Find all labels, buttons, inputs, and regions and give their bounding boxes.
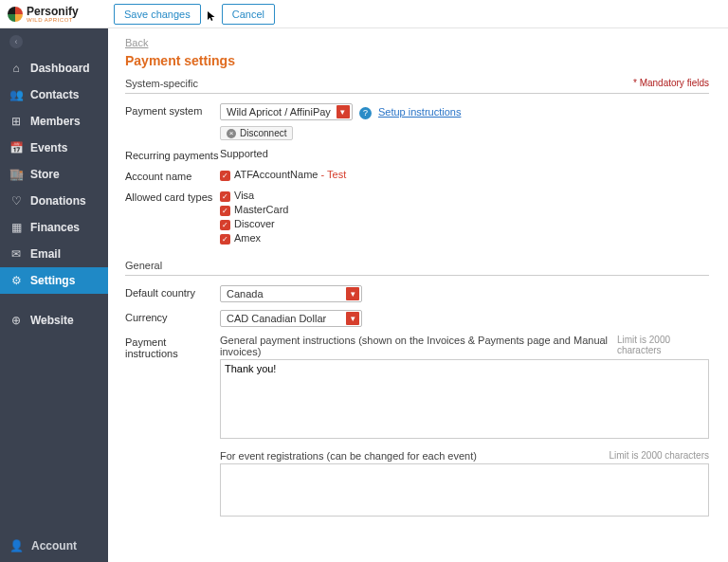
sidebar-item-label: Account [31,539,77,553]
card-label: MasterCard [234,204,288,215]
section-general: General [125,260,709,276]
label-recurring: Recurring payments [125,148,220,161]
sidebar-item-label: Dashboard [30,62,90,75]
disconnect-button[interactable]: × Disconnect [220,126,293,140]
check-icon: ✓ [220,206,230,216]
label-payment-instructions: Payment instructions [125,335,220,359]
home-icon: ⌂ [9,62,23,75]
sidebar-item-finances[interactable]: ▦Finances [0,214,108,241]
mail-icon: ✉ [9,247,23,261]
payment-system-select[interactable]: Wild Apricot / AffiniPay ▾ [220,103,353,120]
event-instructions-textarea[interactable] [220,463,709,517]
check-icon: ✓ [220,191,230,202]
char-limit-general: Limit is 2000 characters [617,335,709,357]
value-recurring: Supported [220,148,709,159]
sidebar-item-label: Events [30,141,67,154]
cursor-icon [207,10,216,22]
brand-name: Personify [27,6,79,17]
save-button[interactable]: Save changes [114,4,201,25]
globe-icon: ⊕ [9,314,23,327]
allowed-card-types: ✓Visa ✓MasterCard ✓Discover ✓Amex [220,190,709,246]
heart-icon: ♡ [9,194,23,208]
grid-icon: ⊞ [9,115,23,128]
sidebar-item-label: Settings [30,274,75,287]
label-allowed-cards: Allowed card types [125,190,220,203]
sidebar-item-label: Store [30,168,60,181]
chevron-down-icon: ▾ [346,312,359,325]
currency-select[interactable]: CAD Canadian Dollar ▾ [220,310,362,327]
sidebar-item-label: Website [30,314,74,327]
brand-subtitle: WILD APRICOT [27,17,79,23]
close-icon: × [227,129,236,138]
sidebar-item-donations[interactable]: ♡Donations [0,188,108,214]
sidebar-item-label: Contacts [30,88,79,101]
label-default-country: Default country [125,285,220,299]
sidebar-item-account[interactable]: 👤 Account [0,530,108,562]
setup-instructions-link[interactable]: Setup instructions [378,106,461,118]
check-icon: ✓ [220,220,230,230]
chevron-left-icon: ‹ [9,35,23,48]
sidebar-item-store[interactable]: 🏬Store [0,161,108,188]
sidebar-item-label: Email [30,247,61,261]
sidebar-item-email[interactable]: ✉Email [0,241,108,267]
select-value: CAD Canadian Dollar [227,313,326,324]
sidebar: ‹ ⌂Dashboard 👥Contacts ⊞Members 📅Events … [0,28,108,562]
check-icon: ✓ [220,234,230,245]
instructions-heading-events: For event registrations (can be changed … [220,450,477,462]
value-account-name: ATFAccountName [234,169,318,180]
sidebar-nav: ⌂Dashboard 👥Contacts ⊞Members 📅Events 🏬S… [0,55,108,530]
calendar-icon: 📅 [9,141,23,154]
check-icon: ✓ [220,171,230,181]
sidebar-item-label: Donations [30,194,86,208]
card-type-item: ✓Amex [220,232,709,245]
finance-icon: ▦ [9,221,23,234]
section-system-specific: System-specific Mandatory fields [125,78,709,94]
help-icon[interactable]: ? [359,107,372,119]
card-type-item: ✓MasterCard [220,204,709,216]
card-label: Amex [234,232,261,244]
store-icon: 🏬 [9,168,23,181]
gear-icon: ⚙ [9,274,23,287]
chevron-down-icon: ▾ [346,287,359,300]
card-type-item: ✓Discover [220,218,709,230]
chevron-down-icon: ▾ [337,105,350,118]
char-limit-events: Limit is 2000 characters [609,450,709,462]
label-currency: Currency [125,310,220,323]
sidebar-item-label: Members [30,115,81,128]
people-icon: 👥 [9,88,23,101]
default-country-select[interactable]: Canada ▾ [220,285,362,302]
select-value: Canada [227,288,264,299]
cancel-button[interactable]: Cancel [222,4,275,25]
logo: Personify WILD APRICOT [8,6,108,23]
sidebar-item-label: Finances [30,221,80,234]
page-title: Payment settings [125,53,709,68]
general-instructions-textarea[interactable] [220,359,709,439]
sidebar-collapse[interactable]: ‹ [0,28,108,55]
sidebar-item-dashboard[interactable]: ⌂Dashboard [0,55,108,82]
sidebar-item-settings[interactable]: ⚙Settings [0,267,108,294]
sidebar-item-events[interactable]: 📅Events [0,135,108,161]
section-label: System-specific [125,78,198,89]
disconnect-label: Disconnect [240,128,286,138]
card-label: Visa [234,190,254,201]
label-payment-system: Payment system [125,103,220,117]
sidebar-item-contacts[interactable]: 👥Contacts [0,82,108,108]
card-type-item: ✓Visa [220,190,709,202]
label-account-name: Account name [125,169,220,182]
mandatory-note: Mandatory fields [633,78,709,89]
sidebar-item-website[interactable]: ⊕Website [0,307,108,334]
topbar: Personify WILD APRICOT Save changes Canc… [0,0,728,28]
back-link[interactable]: Back [125,37,148,48]
card-label: Discover [234,218,275,229]
user-icon: 👤 [9,539,24,553]
sidebar-item-members[interactable]: ⊞Members [0,108,108,135]
select-value: Wild Apricot / AffiniPay [227,106,331,118]
instructions-heading-general: General payment instructions (shown on t… [220,335,617,357]
logo-icon [8,7,23,22]
content: Back Payment settings System-specific Ma… [108,28,728,562]
account-test-suffix: - Test [318,169,346,180]
